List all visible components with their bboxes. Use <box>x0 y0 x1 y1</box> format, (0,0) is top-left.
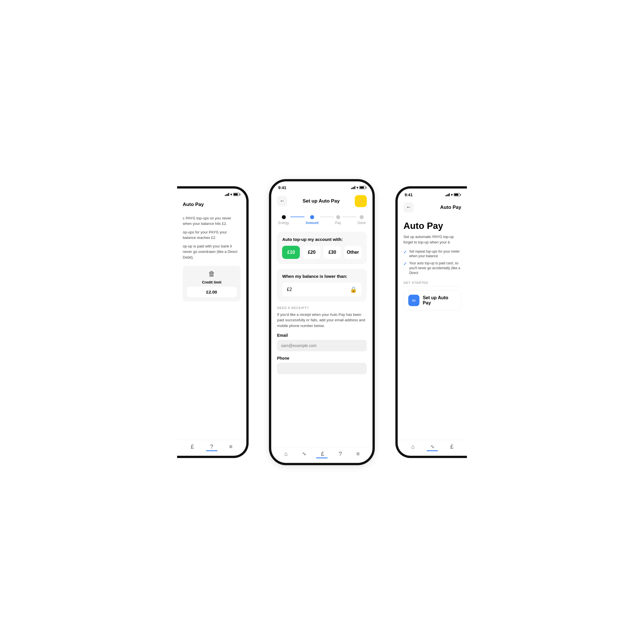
balance-card-title: When my balance is lower than: <box>282 274 362 279</box>
check-text-2: Your auto top-up is paid card, so you'll… <box>409 261 461 275</box>
lightning-button[interactable]: ⚡ <box>355 195 367 207</box>
nav-indicator-right <box>427 450 438 451</box>
center-content: Auto top-up my account with: £10 £20 £30… <box>271 227 372 447</box>
topup-card-title: Auto top-up my account with: <box>282 237 362 242</box>
nav-item-payment-left[interactable]: £ <box>191 443 194 450</box>
nav-item-usage-right[interactable]: ∿ <box>430 443 435 450</box>
delete-section: 🗑 Credit limit £2.00 <box>183 266 241 301</box>
step-line-1 <box>290 217 305 217</box>
balance-value: £2 <box>287 287 292 292</box>
email-input[interactable] <box>277 340 367 351</box>
status-icons-right: ▾ <box>445 193 460 197</box>
battery-icon-right <box>454 193 460 196</box>
check-item-1: ✓ Set repeat top-ups for your meter when… <box>403 249 461 259</box>
status-icons-center: ▾ <box>351 186 366 190</box>
receipt-text: If you'd like a receipt when your Auto P… <box>277 312 367 329</box>
step-dot-amount <box>310 215 314 219</box>
back-button-right[interactable]: ← <box>403 202 414 213</box>
center-phone: 9:41 ▾ ← Set up Auto Pay ⚡ <box>269 179 375 465</box>
infinity-icon: ∞ <box>412 298 416 304</box>
bottom-nav-left: £ ? ≡ <box>177 440 246 456</box>
amount-btn-20[interactable]: £20 <box>303 246 320 259</box>
stepper: Energy Amount Pay Done <box>271 211 372 227</box>
status-time-right: 9:41 <box>405 193 413 197</box>
right-main-title: Auto Pay <box>403 221 461 231</box>
wifi-icon-center: ▾ <box>356 186 358 190</box>
get-started-label: GET STARTED <box>403 281 461 284</box>
status-icons-left: ▾ <box>225 193 239 197</box>
back-button-center[interactable]: ← <box>277 196 287 206</box>
status-bar-left: ▾ <box>177 189 246 198</box>
wifi-icon-right: ▾ <box>451 193 453 197</box>
battery-icon-left <box>233 193 239 196</box>
signal-icon-center <box>351 186 355 189</box>
left-app-title: Auto Pay <box>183 202 204 207</box>
nav-item-menu-center[interactable]: ≡ <box>356 451 360 457</box>
topup-card: Auto top-up my account with: £10 £20 £30… <box>277 232 367 264</box>
check-list: ✓ Set repeat top-ups for your meter when… <box>403 249 461 276</box>
balance-card: When my balance is lower than: £2 🔒 <box>277 269 367 302</box>
right-desc: Set up automatic PAYG top-up forget to t… <box>403 234 461 245</box>
step-dot-pay <box>336 215 340 219</box>
nav-item-payment-right[interactable]: £ <box>450 443 453 450</box>
lock-icon: 🔒 <box>350 286 357 293</box>
step-dot-done <box>360 215 364 219</box>
amount-options: £10 £20 £30 Other <box>282 246 362 259</box>
left-content: c PAYG top-ups so you never when your ba… <box>177 211 246 440</box>
scene: ▾ Auto Pay c PAYG top-ups so you never w… <box>161 161 483 483</box>
receipt-label: NEED A RECEIPT? <box>277 306 367 310</box>
nav-item-payment-center[interactable]: £ <box>321 451 324 457</box>
setup-autopay-button[interactable]: ∞ Set up Auto Pay <box>403 290 461 310</box>
step-label-done: Done <box>358 221 366 225</box>
left-text-3: op-up is paid with your bank ll never go… <box>183 243 241 260</box>
step-pay: Pay <box>335 215 341 225</box>
bottom-nav-right: ⌂ ∿ £ <box>398 440 467 456</box>
step-done: Done <box>358 215 366 225</box>
credit-limit-label: Credit limit <box>202 280 221 284</box>
step-label-energy: Energy <box>278 221 289 225</box>
nav-indicator-center <box>316 457 328 458</box>
signal-icon-right <box>445 193 450 196</box>
credit-value: £2.00 <box>187 287 237 297</box>
step-energy: Energy <box>278 215 289 225</box>
status-bar-right: 9:41 ▾ <box>398 189 467 199</box>
nav-item-home-center[interactable]: ⌂ <box>284 451 288 457</box>
right-content: Auto Pay Set up automatic PAYG top-up fo… <box>398 216 467 440</box>
right-app-title: Auto Pay <box>440 205 461 210</box>
step-label-pay: Pay <box>335 221 341 225</box>
step-line-3 <box>342 217 356 217</box>
amount-btn-other[interactable]: Other <box>344 246 362 259</box>
step-dot-energy <box>282 215 286 219</box>
divider <box>403 286 461 286</box>
nav-item-help-left[interactable]: ? <box>210 443 213 450</box>
phone-input[interactable] <box>277 363 367 374</box>
nav-item-usage-center[interactable]: ∿ <box>302 451 306 457</box>
amount-btn-30[interactable]: £30 <box>323 246 341 259</box>
wifi-icon-left: ▾ <box>230 193 232 197</box>
check-item-2: ✓ Your auto top-up is paid card, so you'… <box>403 261 461 275</box>
autopay-btn-text: Set up Auto Pay <box>423 295 457 306</box>
nav-item-menu-left[interactable]: ≡ <box>229 443 233 450</box>
checkmark-1: ✓ <box>403 249 407 255</box>
left-phone: ▾ Auto Pay c PAYG top-ups so you never w… <box>177 186 249 458</box>
app-bar-center: ← Set up Auto Pay ⚡ <box>271 192 372 211</box>
phone-field-label: Phone <box>277 356 367 360</box>
checkmark-2: ✓ <box>403 261 407 267</box>
nav-item-help-center[interactable]: ? <box>339 451 342 457</box>
step-label-amount: Amount <box>306 221 318 225</box>
left-text-2: op-ups for your PAYG your balance reache… <box>183 229 241 241</box>
left-text-1: c PAYG top-ups so you never when your ba… <box>183 215 241 227</box>
signal-icon-left <box>225 193 229 196</box>
trash-icon[interactable]: 🗑 <box>208 270 215 278</box>
bottom-nav-center: ⌂ ∿ £ ? ≡ <box>271 447 372 463</box>
lightning-icon: ⚡ <box>357 198 364 205</box>
check-text-1: Set repeat top-ups for your meter when y… <box>409 249 461 259</box>
right-phone: 9:41 ▾ ← Auto Pay Auto Pay <box>395 186 467 458</box>
back-arrow-icon-center: ← <box>280 198 285 204</box>
app-bar-left: Auto Pay <box>177 198 246 211</box>
receipt-section: NEED A RECEIPT? If you'd like a receipt … <box>277 306 367 379</box>
amount-btn-10[interactable]: £10 <box>282 246 300 259</box>
nav-item-home-right[interactable]: ⌂ <box>411 443 415 450</box>
step-amount: Amount <box>306 215 318 225</box>
autopay-btn-icon: ∞ <box>408 295 419 306</box>
